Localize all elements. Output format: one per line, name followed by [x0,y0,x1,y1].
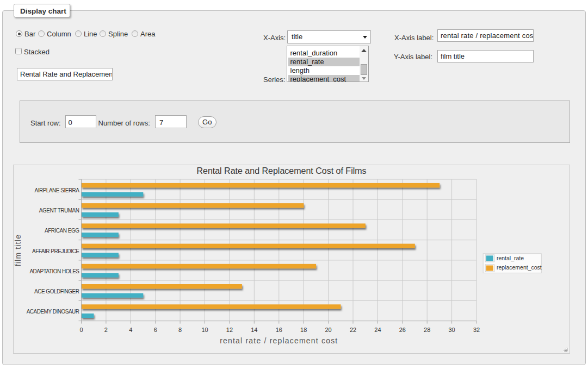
svg-text:AIRPLANE SIERRA: AIRPLANE SIERRA [35,187,80,193]
svg-text:film title: film title [14,234,22,266]
svg-text:0: 0 [79,327,83,333]
svg-text:AGENT TRUMAN: AGENT TRUMAN [39,208,79,214]
svg-text:18: 18 [300,327,307,333]
svg-text:12: 12 [226,327,233,333]
svg-text:10: 10 [201,327,208,333]
svg-text:14: 14 [251,327,257,333]
svg-text:replacement_cost: replacement_cost [497,264,542,271]
svg-text:rental rate / replacement cost: rental rate / replacement cost [220,336,338,345]
svg-text:ACADEMY DINOSAUR: ACADEMY DINOSAUR [27,309,79,315]
svg-text:Rental Rate and Replacement Co: Rental Rate and Replacement Cost of Film… [196,166,366,175]
svg-text:30: 30 [448,327,455,333]
svg-text:16: 16 [276,327,282,333]
svg-text:6: 6 [154,327,157,333]
svg-text:AFRICAN EGG: AFRICAN EGG [45,228,79,234]
svg-text:rental_rate: rental_rate [497,255,524,261]
svg-text:20: 20 [325,327,331,333]
svg-text:26: 26 [399,327,406,333]
svg-text:22: 22 [350,327,356,333]
svg-text:28: 28 [424,327,430,333]
svg-text:ADAPTATION HOLES: ADAPTATION HOLES [29,268,79,274]
svg-text:2: 2 [104,327,108,333]
svg-text:4: 4 [129,327,132,333]
svg-text:AFFAIR PREJUDICE: AFFAIR PREJUDICE [32,248,79,254]
svg-text:32: 32 [473,327,480,333]
svg-text:ACE GOLDFINGER: ACE GOLDFINGER [34,289,79,294]
svg-text:8: 8 [178,327,182,333]
svg-text:24: 24 [374,327,381,333]
